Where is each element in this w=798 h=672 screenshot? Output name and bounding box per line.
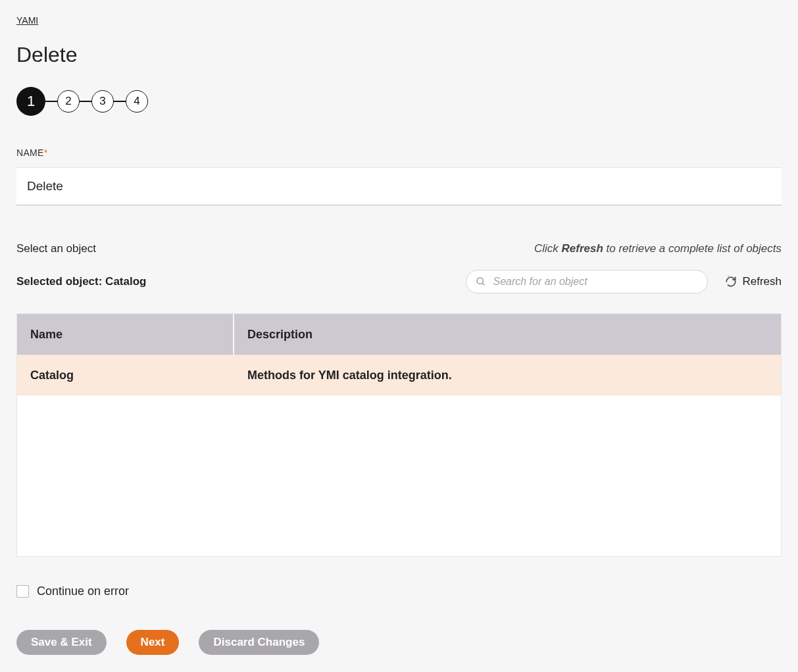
selected-object-prefix: Selected object: (16, 275, 105, 288)
select-object-label: Select an object (16, 242, 96, 255)
step-1[interactable]: 1 (16, 87, 45, 116)
search-icon (476, 276, 486, 287)
refresh-icon (725, 276, 737, 288)
step-2[interactable]: 2 (57, 90, 80, 113)
table-cell-name: Catalog (17, 355, 234, 396)
name-field-label-text: NAME (16, 147, 44, 158)
search-box[interactable] (466, 270, 708, 294)
table-header: Name Description (17, 314, 781, 355)
continue-on-error-checkbox[interactable] (16, 585, 29, 598)
page-title: Delete (16, 43, 782, 67)
breadcrumb-link[interactable]: YAMI (16, 15, 38, 28)
selected-object-value: Catalog (105, 275, 146, 288)
refresh-hint-prefix: Click (534, 242, 562, 255)
refresh-hint-bold: Refresh (562, 242, 603, 255)
refresh-hint: Click Refresh to retrieve a complete lis… (534, 242, 782, 255)
next-button[interactable]: Next (126, 630, 180, 655)
name-input[interactable] (16, 167, 782, 205)
step-connector (114, 101, 126, 102)
step-connector (45, 101, 57, 102)
refresh-button[interactable]: Refresh (725, 275, 782, 288)
discard-changes-button[interactable]: Discard Changes (199, 630, 319, 655)
refresh-hint-suffix: to retrieve a complete list of objects (603, 242, 782, 255)
name-field-label: NAME* (16, 147, 782, 158)
table-cell-description: Methods for YMI catalog integration. (234, 355, 781, 396)
table-header-name[interactable]: Name (17, 314, 234, 355)
svg-point-0 (477, 278, 483, 284)
stepper: 1 2 3 4 (16, 87, 782, 116)
continue-on-error-label: Continue on error (37, 584, 129, 598)
step-connector (80, 101, 91, 102)
svg-line-1 (482, 283, 484, 285)
save-exit-button[interactable]: Save & Exit (16, 630, 107, 655)
search-input[interactable] (493, 276, 698, 288)
table-row[interactable]: Catalog Methods for YMI catalog integrat… (17, 355, 781, 396)
step-4[interactable]: 4 (126, 90, 148, 113)
table-header-description[interactable]: Description (234, 314, 781, 355)
object-table: Name Description Catalog Methods for YMI… (16, 313, 782, 557)
selected-object-label: Selected object: Catalog (16, 275, 146, 288)
refresh-button-label: Refresh (742, 275, 782, 288)
step-3[interactable]: 3 (91, 90, 114, 113)
required-asterisk: * (44, 147, 48, 158)
